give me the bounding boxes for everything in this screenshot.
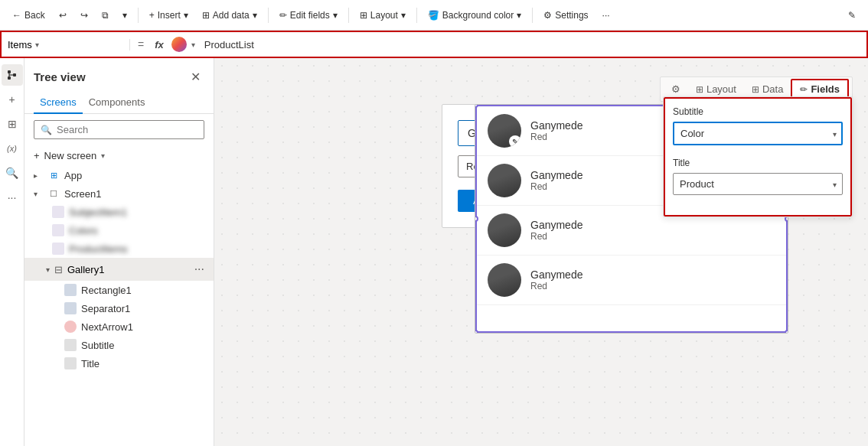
svg-rect-1 [8, 77, 11, 80]
search-input[interactable] [57, 124, 197, 135]
insert-button[interactable]: + Insert ▾ [143, 7, 194, 24]
data-tab-icon: ⊞ [752, 84, 759, 95]
title-section: Title Product ▾ [673, 158, 843, 195]
gallery-chevron-icon: ▾ [46, 265, 50, 274]
gallery-child-sep[interactable]: Separator1 [24, 299, 214, 317]
gallery-child-icon-2 [64, 302, 77, 314]
formula-name-chevron[interactable]: ▾ [35, 41, 39, 49]
fields-panel: Subtitle Color ▾ Title Product ▾ [663, 96, 853, 217]
toolbar-separator-5 [532, 8, 533, 23]
formula-chevron[interactable]: ▾ [191, 41, 195, 49]
tree-item-screen1[interactable]: ▾ ☐ Screen1 [24, 184, 214, 203]
gallery-child-subtitle[interactable]: Subtitle [24, 336, 214, 354]
dots-sidebar-button[interactable]: ··· [2, 187, 23, 208]
app-label: App [64, 170, 82, 181]
edit-icon: ✏ [279, 10, 287, 21]
tab-settings-icon[interactable]: ⚙ [664, 80, 688, 98]
tree-tabs: Screens Components [24, 92, 214, 114]
toolbar-separator-1 [138, 8, 139, 23]
undo-icon: ↩ [59, 10, 67, 21]
pen-button[interactable]: ✎ [842, 7, 862, 24]
handle-br[interactable] [785, 330, 788, 334]
chevron-down-icon-5: ▾ [401, 10, 406, 21]
child-icon-1 [52, 206, 64, 218]
gallery-avatar-2 [488, 164, 521, 197]
plus-sidebar-button[interactable]: + [2, 89, 23, 110]
gallery-row-text-2: Ganymede Red [530, 169, 582, 192]
gallery-icon: ⊟ [54, 264, 63, 275]
tab-components[interactable]: Components [83, 92, 152, 114]
redo-button[interactable]: ↪ [74, 7, 94, 24]
layout-tab-icon: ⊞ [696, 84, 703, 95]
gallery-label: Gallery1 [67, 264, 104, 275]
app-icon: ⊞ [47, 169, 60, 181]
tree-gallery-row[interactable]: ▾ ⊟ Gallery1 ··· [24, 258, 214, 281]
svg-rect-2 [13, 73, 16, 77]
gallery-child-rect[interactable]: Rectangle1 [24, 281, 214, 299]
layout-button[interactable]: ⊞ Layout ▾ [354, 7, 412, 24]
fields-panel-content: Subtitle Color ▾ Title Product ▾ [664, 97, 852, 216]
layout-icon: ⊞ [360, 10, 367, 21]
subtitle-select[interactable]: Color [673, 122, 843, 145]
chevron-down-icon-4: ▾ [333, 10, 338, 21]
gallery-row-title-3: Ganymede [530, 219, 582, 231]
tree-item-child-3[interactable]: ProductItems [24, 239, 214, 258]
tree-item-child-1[interactable]: SubjectItem1 [24, 203, 214, 221]
settings-button[interactable]: ⚙ Settings [537, 7, 594, 24]
gallery-row-title-1: Ganymede [530, 119, 582, 132]
gallery-row-sub-2: Red [530, 181, 582, 192]
gallery-child-next[interactable]: NextArrow1 [24, 317, 214, 336]
pen-icon: ✎ [848, 10, 856, 21]
plus-icon: + [149, 10, 155, 21]
undo-button[interactable]: ↩ [53, 7, 73, 24]
back-button[interactable]: ← Back [6, 7, 51, 24]
edit-fields-button[interactable]: ✏ Edit fields ▾ [273, 7, 344, 24]
formula-fx: fx [152, 39, 167, 50]
tree-view-button[interactable] [2, 64, 23, 86]
tree-item-child-2[interactable]: Colors [24, 221, 214, 239]
toolbar-separator-2 [268, 8, 269, 23]
tab-layout[interactable]: ⊞ Layout [688, 80, 744, 98]
gallery-more-button[interactable]: ··· [191, 261, 207, 278]
search-sidebar-button[interactable]: 🔍 [2, 162, 23, 184]
tree-header: Tree view ✕ [24, 58, 214, 92]
toolbar-separator-3 [348, 8, 349, 23]
screen-icon: ☐ [47, 187, 60, 200]
gallery-row-sub-1: Red [530, 132, 582, 142]
gallery-row-4[interactable]: Ganymede Red [475, 256, 788, 305]
gallery-inner: ▾ ⊟ Gallery1 [46, 264, 104, 275]
gallery-child-icon-1 [64, 284, 77, 296]
gallery-child-label-5: Title [81, 358, 100, 369]
formula-bar: Items ▾ = fx ▾ ProductList [0, 31, 868, 58]
tab-screens[interactable]: Screens [34, 92, 83, 114]
formula-color-icon [171, 37, 187, 52]
search-icon: 🔍 [41, 125, 52, 135]
handle-bl[interactable] [475, 330, 478, 334]
screen1-label: Screen1 [64, 188, 101, 200]
more-button[interactable]: ··· [596, 7, 616, 24]
tree-close-button[interactable]: ✕ [186, 67, 204, 86]
gallery-child-label-2: Separator1 [81, 303, 130, 314]
fx-sidebar-button[interactable]: (x) [2, 138, 23, 159]
add-data-button[interactable]: ⊞ Add data ▾ [196, 7, 263, 24]
gallery-row-title-2: Ganymede [530, 169, 582, 181]
copy-chevron-button[interactable]: ▾ [116, 7, 133, 24]
gallery-child-title[interactable]: Title [24, 354, 214, 373]
title-select[interactable]: Product [673, 173, 843, 195]
copy-button[interactable]: ⧉ [96, 7, 115, 24]
chevron-down-icon-3: ▾ [253, 10, 257, 21]
tree-item-app[interactable]: ▸ ⊞ App [24, 166, 214, 184]
background-color-button[interactable]: 🪣 Background color ▾ [422, 7, 527, 24]
table-icon-sidebar: ⊞ [8, 118, 17, 130]
main-layout: + ⊞ (x) 🔍 ··· Tree view ✕ Screens Compon [0, 58, 868, 446]
gallery-child-label-1: Rectangle1 [81, 285, 132, 296]
tab-data[interactable]: ⊞ Data [744, 80, 791, 98]
gallery-avatar-1: ✎ [488, 114, 521, 148]
tree-title: Tree view [34, 70, 86, 83]
new-screen-item[interactable]: + New screen ▾ [24, 145, 214, 166]
tree-search-box[interactable]: 🔍 [34, 120, 204, 139]
subtitle-label: Subtitle [673, 106, 843, 117]
gallery-avatar-3 [488, 213, 521, 247]
table-sidebar-button[interactable]: ⊞ [2, 113, 23, 135]
svg-rect-0 [8, 70, 11, 73]
